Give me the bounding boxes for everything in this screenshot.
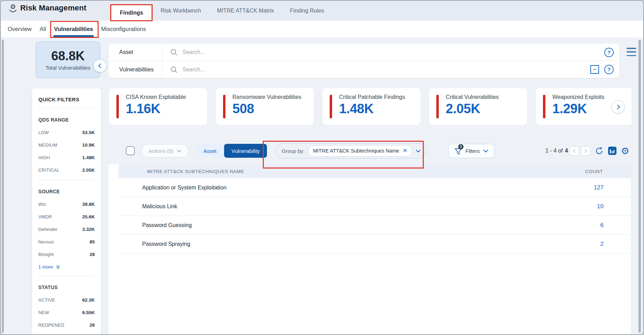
chevron-right-icon [615,104,620,109]
subtab-all[interactable]: All [39,21,47,38]
tab-findings[interactable]: Findings [112,5,152,21]
refresh-icon [595,147,604,155]
risk-management-icon: ⚙ [9,4,17,13]
subtab-vulnerabilities[interactable]: Vulnerabilities [53,21,94,38]
help-icon[interactable]: ? [604,48,614,57]
gear-icon: ⚙ [621,146,629,156]
table-row[interactable]: Password Spraying 2 [118,235,631,254]
subtab-misconfigurations[interactable]: Misconfigurations [100,21,146,38]
group-by-control[interactable]: Group by: MITRE ATT&CK Subtechniques Nam… [276,143,426,158]
kpi-card-cisa-known-exploitable[interactable]: CISA Known Exploitable 1.16K [109,88,207,125]
kpi-card-critical-patchable-findings[interactable]: Critical Patchable Findings 1.48K [322,88,421,125]
filter-section-qds-range: QDS RANGE LOW53.5K MEDIUM10.9K HIGH1.48K… [38,109,95,173]
hamburger-menu-icon[interactable] [627,48,636,56]
search-panel: Asset ? Vulnerabilities − ? [109,44,619,78]
section-heading: QDS RANGE [38,117,95,123]
section-heading: SOURCE [38,189,95,194]
count-link[interactable]: 6 [600,222,631,229]
table-row[interactable]: Password Guessing 6 [118,216,631,235]
double-chevron-down-icon [56,265,60,269]
top-tab-strip: Findings Risk Workbench MITRE ATT&CK Mat… [112,1,324,21]
chevron-down-icon [177,149,182,153]
page-title: Risk Management [20,3,86,13]
right-scrollbar[interactable] [638,40,641,333]
asset-search-input[interactable] [183,49,599,55]
kpi-card-ransomware-vulnerabilities[interactable]: Ransomware Vulnerabilities 508 [216,88,314,125]
tab-mitre-attack-matrix[interactable]: MITRE ATT&CK Matrix [217,8,274,14]
filter-item-medium[interactable]: MEDIUM10.9K [38,142,95,148]
collapse-row-icon[interactable]: − [590,65,599,74]
total-vulnerabilities-value: 68.8K [51,49,85,63]
filters-button[interactable]: 3 Filters [448,144,495,158]
sub-tab-strip: Overview All Vulnerabilities Misconfigur… [1,21,643,38]
chevron-down-icon [483,149,488,153]
select-all-checkbox[interactable] [126,146,135,155]
refresh-button[interactable] [595,147,604,155]
toggle-vulnerability[interactable]: Vulnerability [224,144,267,158]
pagination-cluster: 1 - 4 of 4 ⚙ [545,146,629,156]
count-link[interactable]: 127 [594,184,631,191]
toggle-asset[interactable]: Asset [196,148,224,154]
filter-item-critical[interactable]: CRITICAL2.05K [38,168,95,173]
list-toolbar: Actions (0) Asset Vulnerability Group by… [119,143,629,159]
filter-item-wiz[interactable]: Wiz39.8K [38,202,95,207]
filter-item-nessus[interactable]: Nessus85 [38,239,95,244]
table-row[interactable]: Malicious Link 10 [118,197,631,216]
asset-search-row: Asset ? [109,44,619,61]
filter-item-active[interactable]: ACTIVE62.3K [38,297,95,303]
kpi-carousel-next-button[interactable] [612,100,625,114]
section-heading: STATUS [38,285,95,290]
tab-risk-workbench[interactable]: Risk Workbench [161,8,201,14]
filter-item-defender[interactable]: Defender3.32K [38,227,95,232]
pagination-total: 4 [565,148,568,154]
filter-section-source: SOURCE Wiz39.8K VMDR25.6K Defender3.32K … [38,180,95,276]
vulnerabilities-search-input[interactable] [183,67,585,73]
red-accent-bar [436,95,439,118]
settings-button[interactable]: ⚙ [621,146,629,156]
column-header-subtechniques-name[interactable]: MITRE ATT&CK SUBTECHNIQUES NAME [118,169,585,174]
collapse-sidebar-button[interactable] [93,59,107,72]
filter-item-reopened[interactable]: REOPENED26 [38,322,95,328]
quick-filters-panel: QUICK FILTERS QDS RANGE LOW53.5K MEDIUM1… [32,88,101,335]
left-scrollbar[interactable] [2,40,4,333]
search-icon [170,48,178,56]
chevron-down-icon[interactable] [416,149,421,153]
vulnerabilities-search-label: Vulnerabilities [109,61,162,78]
group-by-chip[interactable]: MITRE ATT&CK Subtechniques Name ✕ [308,145,412,157]
next-page-button[interactable] [581,146,590,156]
actions-button[interactable]: Actions (0) [141,144,189,157]
vulnerabilities-search-row: Vulnerabilities − ? [109,61,619,78]
column-header-count[interactable]: COUNT [585,169,631,174]
kpi-card-critical-vulnerabilities[interactable]: Critical Vulnerabilities 2.05K [429,88,527,125]
remove-group-by-icon[interactable]: ✕ [402,148,407,154]
filter-item-vmdr[interactable]: VMDR25.6K [38,214,95,219]
chart-view-button[interactable] [608,147,616,155]
red-accent-bar [330,95,332,118]
count-link[interactable]: 10 [597,203,631,210]
previous-page-button[interactable] [570,146,579,156]
count-link[interactable]: 2 [600,241,631,248]
filter-item-high[interactable]: HIGH1.48K [38,155,95,160]
show-more-link[interactable]: 1 more [38,264,95,270]
bar-chart-icon [610,149,611,153]
table-row[interactable]: Application or System Exploitation 127 [118,178,631,197]
subtab-overview[interactable]: Overview [7,21,32,38]
filter-item-new[interactable]: NEW6.55K [38,310,95,315]
asset-vulnerability-toggle[interactable]: Asset Vulnerability [196,144,267,158]
tab-finding-rules[interactable]: Finding Rules [290,8,324,14]
filter-item-low[interactable]: LOW53.5K [38,130,95,135]
red-accent-bar [223,95,225,118]
chevron-left-icon [98,63,103,68]
chevron-right-icon [583,149,587,153]
search-icon [170,66,178,73]
filter-item-bitsight[interactable]: Bitsight28 [38,252,95,257]
filter-section-status: STATUS ACTIVE62.3K NEW6.55K REOPENED26 [38,276,95,328]
group-by-label: Group by: [282,148,305,154]
total-vulnerabilities-card[interactable]: 68.8K Total Vulnerabilities [36,41,100,78]
risk-management-window: ⚙ Risk Management Findings Risk Workbenc… [0,0,644,335]
help-icon[interactable]: ? [604,65,614,74]
results-grid: MITRE ATT&CK SUBTECHNIQUES NAME COUNT Ap… [109,164,631,334]
kpi-card-row: CISA Known Exploitable 1.16K Ransomware … [109,88,631,125]
active-subtab-underline [53,35,94,37]
red-accent-bar [116,95,119,118]
